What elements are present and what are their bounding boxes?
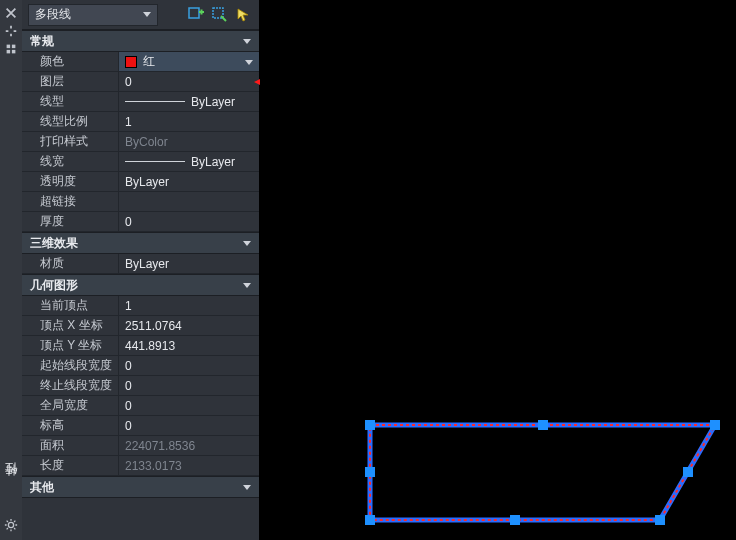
prop-value-color[interactable]: 红 <box>118 52 259 71</box>
chevron-down-icon <box>243 39 251 44</box>
svg-point-4 <box>8 522 13 527</box>
prop-label-startw: 起始线段宽度 <box>22 357 118 374</box>
prop-value-layer[interactable]: 0 <box>118 72 259 91</box>
section-3d[interactable]: 三维效果 <box>22 232 259 254</box>
gear-icon[interactable] <box>4 518 18 532</box>
properties-panel: 多段线 常规 颜色 红 图层 0 线型 ByLayer 线型比例 1 打印样式 … <box>22 0 260 540</box>
prop-label-endw: 终止线段宽度 <box>22 377 118 394</box>
prop-value-linetype[interactable]: ByLayer <box>118 92 259 111</box>
prop-value-transparency[interactable]: ByLayer <box>118 172 259 191</box>
prop-label-layer: 图层 <box>22 73 118 90</box>
quick-select-icon[interactable] <box>211 6 229 24</box>
svg-rect-17 <box>365 467 375 477</box>
svg-rect-16 <box>365 515 375 525</box>
prop-value-vy[interactable]: 441.8913 <box>118 336 259 355</box>
lineweight-sample <box>125 161 185 162</box>
collapse-icon[interactable] <box>4 42 18 56</box>
panel-left-rail: 特性 <box>0 0 22 540</box>
drawing-canvas[interactable] <box>260 0 736 540</box>
prop-label-lineweight: 线宽 <box>22 153 118 170</box>
chevron-down-icon <box>245 60 253 65</box>
chevron-down-icon <box>243 283 251 288</box>
chevron-down-icon <box>243 241 251 246</box>
section-general[interactable]: 常规 <box>22 30 259 52</box>
prop-label-thickness: 厚度 <box>22 213 118 230</box>
prop-value-hyperlink[interactable] <box>118 192 259 211</box>
prop-label-elev: 标高 <box>22 417 118 434</box>
svg-rect-13 <box>683 467 693 477</box>
svg-rect-10 <box>365 420 375 430</box>
chevron-down-icon <box>143 12 151 17</box>
linetype-sample <box>125 101 185 102</box>
prop-value-area: 224071.8536 <box>118 436 259 455</box>
prop-value-globalw[interactable]: 0 <box>118 396 259 415</box>
prop-value-vx[interactable]: 2511.0764 <box>118 316 259 335</box>
svg-rect-1 <box>12 45 16 49</box>
prop-label-ltscale: 线型比例 <box>22 113 118 130</box>
panel-toolbar <box>187 6 253 24</box>
prop-value-plotstyle: ByColor <box>118 132 259 151</box>
pick-icon[interactable] <box>235 6 253 24</box>
color-swatch-red <box>125 56 137 68</box>
prop-label-globalw: 全局宽度 <box>22 397 118 414</box>
prop-value-startw[interactable]: 0 <box>118 356 259 375</box>
object-type-row: 多段线 <box>22 0 259 30</box>
prop-value-material[interactable]: ByLayer <box>118 254 259 273</box>
prop-label-vx: 顶点 X 坐标 <box>22 317 118 334</box>
svg-rect-11 <box>538 420 548 430</box>
object-type-select[interactable]: 多段线 <box>28 4 158 26</box>
prop-label-linetype: 线型 <box>22 93 118 110</box>
svg-marker-8 <box>370 425 715 520</box>
section-other[interactable]: 其他 <box>22 476 259 498</box>
prop-label-area: 面积 <box>22 437 118 454</box>
chevron-down-icon <box>243 485 251 490</box>
prop-label-transparency: 透明度 <box>22 173 118 190</box>
svg-rect-0 <box>7 45 11 49</box>
svg-rect-12 <box>710 420 720 430</box>
close-icon[interactable] <box>4 6 18 20</box>
prop-value-curvertex[interactable]: 1 <box>118 296 259 315</box>
svg-marker-9 <box>370 425 715 520</box>
prop-value-thickness[interactable]: 0 <box>118 212 259 231</box>
svg-rect-5 <box>189 8 199 18</box>
object-type-label: 多段线 <box>35 6 71 23</box>
section-geometry[interactable]: 几何图形 <box>22 274 259 296</box>
add-selection-icon[interactable] <box>187 6 205 24</box>
panel-title: 特性 <box>3 482 20 486</box>
prop-label-color: 颜色 <box>22 53 118 70</box>
svg-rect-15 <box>510 515 520 525</box>
prop-label-vy: 顶点 Y 坐标 <box>22 337 118 354</box>
prop-value-ltscale[interactable]: 1 <box>118 112 259 131</box>
svg-rect-3 <box>12 50 16 54</box>
prop-value-elev[interactable]: 0 <box>118 416 259 435</box>
svg-rect-14 <box>655 515 665 525</box>
prop-value-endw[interactable]: 0 <box>118 376 259 395</box>
prop-value-lineweight[interactable]: ByLayer <box>118 152 259 171</box>
prop-label-hyperlink: 超链接 <box>22 193 118 210</box>
pin-icon[interactable] <box>4 24 18 38</box>
prop-value-length: 2133.0173 <box>118 456 259 475</box>
prop-label-material: 材质 <box>22 255 118 272</box>
selected-polyline[interactable] <box>360 415 730 535</box>
prop-label-length: 长度 <box>22 457 118 474</box>
svg-rect-2 <box>7 50 11 54</box>
prop-label-curvertex: 当前顶点 <box>22 297 118 314</box>
prop-label-plotstyle: 打印样式 <box>22 133 118 150</box>
